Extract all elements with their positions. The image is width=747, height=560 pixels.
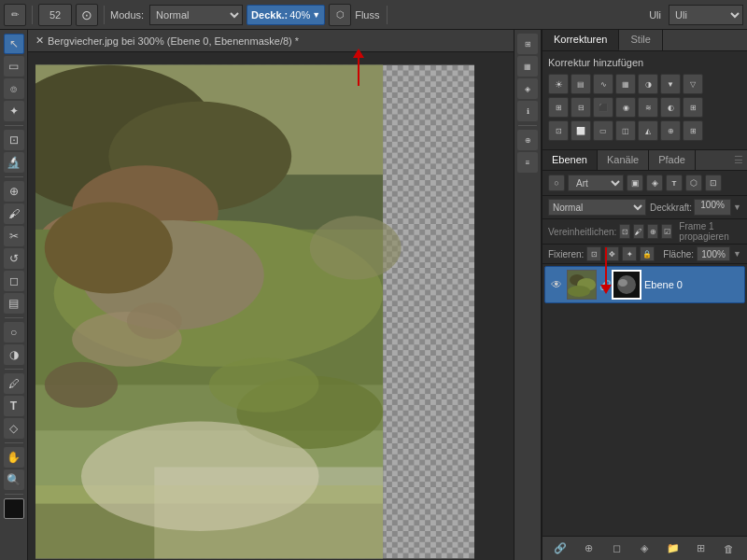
- brush-tool-icon[interactable]: ✏: [4, 4, 26, 26]
- size-input[interactable]: 52: [38, 4, 72, 26]
- lock-artboard-icon[interactable]: ⊕: [647, 224, 658, 239]
- layers-panel: Ebenen Kanäle Pfade ☰ ○ Art ▣ ◈ T ⬡ ⊡: [543, 150, 747, 560]
- tab-korrekturen[interactable]: Korrekturen: [543, 30, 619, 50]
- filter-shape-icon[interactable]: ⬡: [685, 175, 702, 191]
- adj-curves-icon[interactable]: ∿: [593, 74, 613, 94]
- adj-row3: ⊡ ⬜ ▭ ◫ ◭ ⊕ ⊞: [548, 120, 741, 141]
- user-select[interactable]: Uli: [669, 5, 743, 25]
- adjustment-btn4[interactable]: ℹ: [517, 101, 538, 121]
- layer-row-0[interactable]: 👁 🔗: [544, 266, 745, 303]
- eraser-tool[interactable]: ◻: [4, 271, 24, 291]
- size-icon[interactable]: ⊙: [76, 4, 98, 26]
- foreground-color[interactable]: [4, 498, 24, 519]
- text-tool[interactable]: T: [4, 396, 24, 416]
- adj-gradient-icon[interactable]: ▤: [571, 74, 591, 94]
- history-brush-tool[interactable]: ↺: [4, 248, 24, 269]
- filter-type-select[interactable]: Art: [568, 175, 624, 191]
- fix-img-icon[interactable]: ✥: [604, 246, 619, 261]
- filter-smart-icon[interactable]: ⊡: [705, 175, 722, 191]
- brush-tool[interactable]: 🖌: [4, 203, 24, 224]
- filter-text-icon[interactable]: T: [666, 175, 683, 191]
- adj-invert-icon[interactable]: ◐: [660, 97, 681, 118]
- lock-checkbox[interactable]: ☑: [661, 224, 672, 239]
- airbrush-icon[interactable]: ⬡: [329, 4, 351, 26]
- adj-bw-icon[interactable]: ⬛: [593, 97, 613, 118]
- main-area: ↖ ▭ ⌾ ✦ ⊡ 🔬 ⊕ 🖌 ✂ ↺ ◻ ▤ ○ ◑ 🖊 T ◇ ✋ 🔍 ✕ …: [0, 30, 747, 560]
- add-style-icon[interactable]: ⊕: [580, 540, 597, 557]
- frame-propagate-label: Frame 1 propagieren: [679, 221, 741, 242]
- adjustment-btn5[interactable]: ⊕: [517, 130, 538, 150]
- close-tab-icon[interactable]: ✕: [35, 35, 44, 47]
- adj-channel-icon[interactable]: ≋: [638, 97, 658, 118]
- opacity-dropdown-icon[interactable]: ▼: [312, 10, 320, 20]
- magic-wand-tool[interactable]: ✦: [4, 101, 24, 121]
- flaeche-arrow[interactable]: ▼: [733, 249, 741, 259]
- delete-layer-icon[interactable]: 🗑: [721, 540, 738, 557]
- tool-sep5: [5, 442, 23, 443]
- clone-tool[interactable]: ✂: [4, 226, 24, 246]
- adj-hdr-icon[interactable]: ⊕: [660, 120, 681, 141]
- layer-visibility-icon[interactable]: 👁: [549, 277, 564, 292]
- svg-point-24: [310, 216, 402, 280]
- link-layers-icon[interactable]: 🔗: [552, 540, 569, 557]
- adj-levels-icon[interactable]: ▦: [615, 74, 636, 94]
- adj-vibrance-icon[interactable]: ▼: [660, 74, 681, 94]
- adjustment-btn1[interactable]: ⊞: [517, 34, 538, 54]
- lasso-tool[interactable]: ⌾: [4, 78, 24, 99]
- adjustment-btn3[interactable]: ◈: [517, 78, 538, 99]
- path-tool[interactable]: ◇: [4, 418, 24, 439]
- fix-move-icon[interactable]: ✦: [622, 246, 637, 261]
- layer-mask-thumbnail[interactable]: [612, 270, 641, 300]
- opacity-control[interactable]: Deckk.: 40% ▼: [247, 5, 325, 25]
- canvas-viewport[interactable]: [28, 52, 514, 560]
- select-rect-tool[interactable]: ▭: [4, 56, 24, 77]
- eyedropper-tool[interactable]: 🔬: [4, 152, 24, 173]
- adjustment-btn6[interactable]: ≡: [517, 152, 538, 173]
- flaeche-value[interactable]: 100%: [697, 246, 730, 261]
- layers-panel-menu[interactable]: ☰: [730, 150, 747, 170]
- adj-posterize-icon[interactable]: ⊡: [548, 120, 569, 141]
- deckkraft-arrow[interactable]: ▼: [733, 203, 741, 212]
- adj-row2: ⊞ ⊟ ⬛ ◉ ≋ ◐ ⊞: [548, 97, 741, 118]
- tab-pfade[interactable]: Pfade: [649, 150, 696, 170]
- deckkraft-value[interactable]: 100%: [694, 199, 731, 216]
- move-tool[interactable]: ↖: [4, 34, 24, 54]
- blur-tool[interactable]: ○: [4, 322, 24, 343]
- adj-triangle-icon[interactable]: ▽: [683, 74, 703, 94]
- tab-stile[interactable]: Stile: [619, 30, 662, 50]
- new-layer-icon[interactable]: ⊞: [693, 540, 710, 557]
- zoom-tool[interactable]: 🔍: [4, 469, 24, 490]
- crop-tool[interactable]: ⊡: [4, 130, 24, 150]
- filter-adj-icon[interactable]: ◈: [646, 175, 663, 191]
- add-mask-icon[interactable]: ◻: [608, 540, 625, 557]
- adj-brightness-icon[interactable]: ☀: [548, 74, 569, 94]
- new-group-icon[interactable]: 📁: [665, 540, 682, 557]
- lock-px-icon[interactable]: ⊡: [619, 224, 630, 239]
- filter-toggle-icon[interactable]: ○: [548, 175, 565, 191]
- dodge-tool[interactable]: ◑: [4, 344, 24, 365]
- gradient-tool[interactable]: ▤: [4, 293, 24, 314]
- adj-exposure-icon[interactable]: ◑: [638, 74, 658, 94]
- adj-threshold-icon[interactable]: ⬜: [571, 120, 591, 141]
- adj-grid-icon[interactable]: ⊞: [683, 97, 703, 118]
- fix-px-icon[interactable]: ⊡: [586, 246, 601, 261]
- adj-gradmap-icon[interactable]: ▭: [593, 120, 613, 141]
- new-adj-icon[interactable]: ◈: [636, 540, 653, 557]
- heal-tool[interactable]: ⊕: [4, 181, 24, 202]
- adjustment-btn2[interactable]: ▦: [517, 56, 538, 77]
- tab-ebenen[interactable]: Ebenen: [543, 150, 598, 170]
- fix-all-icon[interactable]: 🔒: [640, 246, 655, 261]
- adj-lookup-icon[interactable]: ⊞: [683, 120, 703, 141]
- pen-tool[interactable]: 🖊: [4, 373, 24, 394]
- adj-colbal-icon[interactable]: ⊟: [571, 97, 591, 118]
- adj-shadow-icon[interactable]: ◭: [638, 120, 658, 141]
- adj-hue-icon[interactable]: ⊞: [548, 97, 569, 118]
- adj-photo-icon[interactable]: ◉: [615, 97, 636, 118]
- adj-selcolor-icon[interactable]: ◫: [615, 120, 636, 141]
- filter-pixel-icon[interactable]: ▣: [627, 175, 643, 191]
- tab-kanaele[interactable]: Kanäle: [598, 150, 649, 170]
- lock-paint-icon[interactable]: 🖌: [633, 224, 644, 239]
- layer-mode-select[interactable]: Normal: [548, 199, 646, 216]
- hand-tool[interactable]: ✋: [4, 447, 24, 468]
- modus-select[interactable]: Normal: [149, 5, 243, 25]
